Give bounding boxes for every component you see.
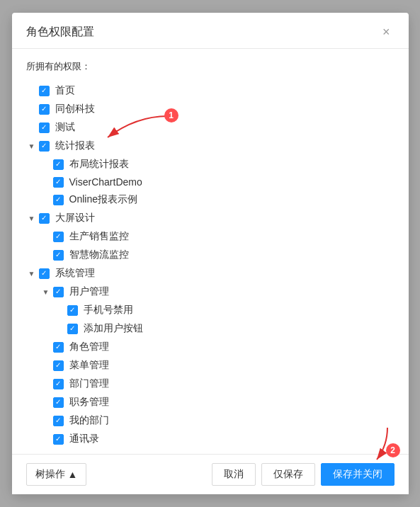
tree-item-user-mgmt[interactable]: 用户管理 xyxy=(40,283,395,301)
save-only-button[interactable]: 仅保存 xyxy=(261,463,315,486)
checkbox-user-phone[interactable] xyxy=(67,305,78,316)
checkbox-job-mgmt[interactable] xyxy=(53,397,64,408)
label-user-phone: 手机号禁用 xyxy=(84,304,133,317)
tree-item-dept-mgmt[interactable]: 部门管理 xyxy=(40,375,395,393)
toggle-user-mgmt[interactable] xyxy=(40,286,52,297)
tree-item-stats-buju[interactable]: 布局统计报表 xyxy=(40,155,395,173)
footer-left: 树操作 ▲ xyxy=(26,463,87,486)
tree-item-ceshi[interactable]: 测试 xyxy=(26,118,395,137)
label-stats: 统计报表 xyxy=(55,139,95,152)
toggle-tongchuang xyxy=(26,103,38,115)
tree-item-contacts[interactable]: 通讯录 xyxy=(40,430,395,448)
label-tongchuang: 同创科技 xyxy=(55,103,95,115)
label-my-dept: 我的部门 xyxy=(69,414,109,427)
label-stats-online: Online报表示例 xyxy=(69,193,137,206)
checkbox-bigscreen-smart[interactable] xyxy=(53,250,64,261)
tree-item-menu-mgmt[interactable]: 菜单管理 xyxy=(40,356,395,375)
checkbox-tongchuang[interactable] xyxy=(39,104,50,115)
tree-op-icon: ▲ xyxy=(68,469,78,480)
label-bigscreen-smart: 智慧物流监控 xyxy=(69,249,129,261)
tree-item-home[interactable]: 首页 xyxy=(26,81,395,100)
checkbox-contacts[interactable] xyxy=(53,434,64,445)
tree-item-sys[interactable]: 系统管理 xyxy=(26,264,395,283)
toggle-sys[interactable] xyxy=(26,268,38,279)
checkbox-menu-mgmt[interactable] xyxy=(53,360,64,371)
dialog-footer: 树操作 ▲ 取消 仅保存 2 xyxy=(12,454,409,494)
label-home: 首页 xyxy=(55,84,75,97)
tree-op-label: 树操作 xyxy=(35,468,65,481)
label-bigscreen-prod: 生产销售监控 xyxy=(69,230,129,243)
toggle-dept-mgmt xyxy=(40,378,52,389)
permission-dialog: 角色权限配置 × 所拥有的权限： 1 xyxy=(12,13,409,494)
label-bigscreen: 大屏设计 xyxy=(55,212,95,224)
tree-item-user-phone[interactable]: 手机号禁用 xyxy=(55,301,395,319)
label-menu-mgmt: 菜单管理 xyxy=(69,359,109,372)
checkbox-user-mgmt[interactable] xyxy=(53,287,64,297)
label-stats-viser: ViserChartDemo xyxy=(69,176,142,188)
dialog-body: 所拥有的权限： 1 首页 xyxy=(12,49,409,454)
checkbox-ceshi[interactable] xyxy=(39,123,50,133)
close-button[interactable]: × xyxy=(378,24,395,40)
label-stats-buju: 布局统计报表 xyxy=(69,158,129,171)
checkbox-stats-online[interactable] xyxy=(53,195,64,205)
tree-item-job-mgmt[interactable]: 职务管理 xyxy=(40,393,395,411)
save-close-wrapper: 2 保存并关闭 xyxy=(321,463,395,486)
toggle-bigscreen[interactable] xyxy=(26,212,38,224)
checkbox-role-mgmt[interactable] xyxy=(53,342,64,353)
toggle-bigscreen-smart xyxy=(40,249,52,261)
toggle-home xyxy=(26,85,38,96)
section-label: 所拥有的权限： xyxy=(26,60,395,73)
tree-item-tongchuang[interactable]: 同创科技 xyxy=(26,100,395,118)
label-contacts: 通讯录 xyxy=(69,433,99,445)
annotation-badge-1: 1 xyxy=(164,108,178,123)
checkbox-home[interactable] xyxy=(39,86,50,96)
checkbox-dept-mgmt[interactable] xyxy=(53,379,64,389)
toggle-bigscreen-prod xyxy=(40,231,52,242)
tree-item-stats-viser[interactable]: ViserChartDemo xyxy=(40,173,395,190)
toggle-stats-buju xyxy=(40,159,52,170)
label-dept-mgmt: 部门管理 xyxy=(69,377,109,390)
toggle-job-mgmt xyxy=(40,397,52,408)
dialog-title: 角色权限配置 xyxy=(26,25,94,40)
tree-item-stats-online[interactable]: Online报表示例 xyxy=(40,190,395,209)
toggle-ceshi xyxy=(26,122,38,133)
label-user-add: 添加用户按钮 xyxy=(84,322,143,335)
save-close-button[interactable]: 保存并关闭 xyxy=(321,463,395,486)
tree-container: 1 首页 xyxy=(26,81,395,448)
toggle-stats-viser xyxy=(40,176,52,188)
label-ceshi: 测试 xyxy=(55,121,75,134)
checkbox-stats-viser[interactable] xyxy=(53,177,64,188)
checkbox-stats[interactable] xyxy=(39,141,50,152)
label-sys: 系统管理 xyxy=(55,267,95,280)
label-user-mgmt: 用户管理 xyxy=(69,285,109,298)
tree-item-bigscreen-prod[interactable]: 生产销售监控 xyxy=(40,227,395,246)
dialog-header: 角色权限配置 × xyxy=(12,13,409,49)
label-role-mgmt: 角色管理 xyxy=(69,341,109,353)
toggle-role-mgmt xyxy=(40,341,52,353)
tree-item-role-mgmt[interactable]: 角色管理 xyxy=(40,338,395,356)
checkbox-stats-buju[interactable] xyxy=(53,159,64,170)
tree-item-stats[interactable]: 统计报表 xyxy=(26,137,395,155)
cancel-button[interactable]: 取消 xyxy=(212,463,256,486)
toggle-user-phone xyxy=(55,304,66,316)
checkbox-user-add[interactable] xyxy=(67,324,78,334)
tree-operation-button[interactable]: 树操作 ▲ xyxy=(26,463,87,486)
tree-item-bigscreen[interactable]: 大屏设计 xyxy=(26,209,395,227)
footer-right: 取消 仅保存 2 保存并关闭 xyxy=(212,463,395,486)
checkbox-sys[interactable] xyxy=(39,268,50,279)
toggle-my-dept xyxy=(40,415,52,426)
toggle-contacts xyxy=(40,433,52,445)
toggle-stats[interactable] xyxy=(26,140,38,152)
toggle-menu-mgmt xyxy=(40,360,52,371)
toggle-user-add xyxy=(55,323,66,334)
dialog-overlay: 角色权限配置 × 所拥有的权限： 1 xyxy=(0,0,420,507)
annotation-badge-2: 2 xyxy=(386,443,400,457)
checkbox-my-dept[interactable] xyxy=(53,416,64,426)
checkbox-bigscreen-prod[interactable] xyxy=(53,232,64,242)
tree-item-user-add[interactable]: 添加用户按钮 xyxy=(55,319,395,338)
tree-item-my-dept[interactable]: 我的部门 xyxy=(40,411,395,430)
label-job-mgmt: 职务管理 xyxy=(69,396,109,409)
toggle-stats-online xyxy=(40,194,52,205)
tree-item-bigscreen-smart[interactable]: 智慧物流监控 xyxy=(40,246,395,264)
checkbox-bigscreen[interactable] xyxy=(39,213,50,224)
